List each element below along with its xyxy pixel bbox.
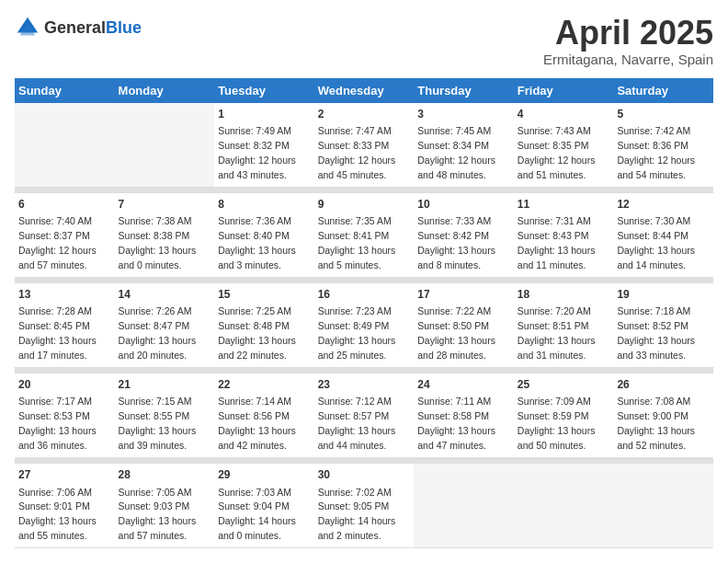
page-header: General Blue April 2025 Ermitagana, Nava… xyxy=(15,15,713,67)
day-number: 27 xyxy=(18,467,111,483)
cell-w5-d5 xyxy=(514,464,614,548)
logo: General Blue xyxy=(15,15,142,40)
sunrise-text: Sunrise: 7:15 AM xyxy=(119,396,192,407)
sunset-text: Sunset: 8:57 PM xyxy=(318,410,390,421)
sunrise-text: Sunrise: 7:20 AM xyxy=(518,305,591,316)
col-monday: Monday xyxy=(115,78,215,103)
logo-general-text: General xyxy=(44,19,106,36)
cell-w5-d1: 28 Sunrise: 7:05 AM Sunset: 9:03 PM Dayl… xyxy=(115,464,215,548)
day-number: 15 xyxy=(218,287,311,303)
cell-w1-d6: 5 Sunrise: 7:42 AM Sunset: 8:36 PM Dayli… xyxy=(613,103,713,188)
week-row-2: 6 Sunrise: 7:40 AM Sunset: 8:37 PM Dayli… xyxy=(15,192,713,277)
cell-w3-d6: 19 Sunrise: 7:18 AM Sunset: 8:52 PM Dayl… xyxy=(613,282,713,367)
sunset-text: Sunset: 9:05 PM xyxy=(318,500,390,511)
sunrise-text: Sunrise: 7:14 AM xyxy=(218,396,291,407)
daylight-text: Daylight: 13 hours and 0 minutes. xyxy=(119,245,197,270)
cell-w4-d2: 22 Sunrise: 7:14 AM Sunset: 8:56 PM Dayl… xyxy=(214,373,314,458)
day-number: 28 xyxy=(119,467,211,483)
cell-w1-d2: 1 Sunrise: 7:49 AM Sunset: 8:32 PM Dayli… xyxy=(214,103,314,188)
cell-w2-d6: 12 Sunrise: 7:30 AM Sunset: 8:44 PM Dayl… xyxy=(613,192,713,277)
daylight-text: Daylight: 13 hours and 33 minutes. xyxy=(617,335,695,361)
cell-w4-d4: 24 Sunrise: 7:11 AM Sunset: 8:58 PM Dayl… xyxy=(414,373,514,458)
cell-w4-d6: 26 Sunrise: 7:08 AM Sunset: 9:00 PM Dayl… xyxy=(613,373,713,458)
sunrise-text: Sunrise: 7:03 AM xyxy=(218,487,291,498)
cell-w1-d4: 3 Sunrise: 7:45 AM Sunset: 8:34 PM Dayli… xyxy=(414,103,514,188)
cell-w3-d1: 14 Sunrise: 7:26 AM Sunset: 8:47 PM Dayl… xyxy=(115,282,215,367)
location-text: Ermitagana, Navarre, Spain xyxy=(543,52,713,67)
day-number: 17 xyxy=(417,287,510,303)
daylight-text: Daylight: 13 hours and 8 minutes. xyxy=(417,245,495,270)
day-number: 9 xyxy=(318,197,411,213)
sunset-text: Sunset: 8:50 PM xyxy=(417,320,489,331)
sunset-text: Sunset: 8:45 PM xyxy=(18,320,90,331)
daylight-text: Daylight: 13 hours and 39 minutes. xyxy=(119,425,197,451)
daylight-text: Daylight: 13 hours and 17 minutes. xyxy=(18,335,97,361)
cell-w2-d5: 11 Sunrise: 7:31 AM Sunset: 8:43 PM Dayl… xyxy=(514,192,614,277)
sunset-text: Sunset: 8:42 PM xyxy=(417,230,489,241)
day-number: 10 xyxy=(417,197,510,213)
daylight-text: Daylight: 13 hours and 52 minutes. xyxy=(617,425,695,451)
day-number: 20 xyxy=(18,377,111,393)
daylight-text: Daylight: 13 hours and 14 minutes. xyxy=(617,245,695,270)
col-tuesday: Tuesday xyxy=(214,78,314,103)
cell-w3-d5: 18 Sunrise: 7:20 AM Sunset: 8:51 PM Dayl… xyxy=(514,282,614,367)
day-number: 5 xyxy=(617,107,710,122)
logo-icon xyxy=(15,15,40,40)
sunrise-text: Sunrise: 7:26 AM xyxy=(119,305,192,316)
daylight-text: Daylight: 12 hours and 51 minutes. xyxy=(518,155,596,180)
calendar-table: Sunday Monday Tuesday Wednesday Thursday… xyxy=(15,78,713,549)
daylight-text: Daylight: 13 hours and 36 minutes. xyxy=(18,425,97,451)
sunrise-text: Sunrise: 7:42 AM xyxy=(617,125,690,136)
sunrise-text: Sunrise: 7:09 AM xyxy=(518,396,591,407)
sunset-text: Sunset: 8:51 PM xyxy=(518,320,589,331)
sunrise-text: Sunrise: 7:06 AM xyxy=(18,487,92,498)
day-number: 1 xyxy=(218,107,311,122)
sunrise-text: Sunrise: 7:05 AM xyxy=(119,487,192,498)
sunset-text: Sunset: 8:53 PM xyxy=(18,410,90,421)
calendar-body: 1 Sunrise: 7:49 AM Sunset: 8:32 PM Dayli… xyxy=(15,103,713,548)
cell-w2-d0: 6 Sunrise: 7:40 AM Sunset: 8:37 PM Dayli… xyxy=(15,192,115,277)
sunset-text: Sunset: 8:47 PM xyxy=(119,320,190,331)
daylight-text: Daylight: 12 hours and 54 minutes. xyxy=(617,155,695,180)
sunrise-text: Sunrise: 7:36 AM xyxy=(218,215,291,226)
sunrise-text: Sunrise: 7:08 AM xyxy=(617,396,690,407)
daylight-text: Daylight: 12 hours and 45 minutes. xyxy=(318,155,396,180)
daylight-text: Daylight: 13 hours and 44 minutes. xyxy=(318,425,396,451)
day-number: 19 xyxy=(617,287,710,303)
cell-w1-d5: 4 Sunrise: 7:43 AM Sunset: 8:35 PM Dayli… xyxy=(514,103,614,188)
daylight-text: Daylight: 13 hours and 5 minutes. xyxy=(318,245,396,270)
day-number: 16 xyxy=(318,287,411,303)
week-row-3: 13 Sunrise: 7:28 AM Sunset: 8:45 PM Dayl… xyxy=(15,282,713,367)
day-number: 2 xyxy=(318,107,411,122)
cell-w4-d1: 21 Sunrise: 7:15 AM Sunset: 8:55 PM Dayl… xyxy=(115,373,215,458)
cell-w1-d0 xyxy=(15,103,115,188)
day-number: 30 xyxy=(318,467,411,483)
day-number: 11 xyxy=(518,197,610,213)
daylight-text: Daylight: 13 hours and 28 minutes. xyxy=(417,335,495,361)
day-number: 18 xyxy=(518,287,610,303)
sunset-text: Sunset: 9:04 PM xyxy=(218,500,290,511)
sunset-text: Sunset: 8:35 PM xyxy=(518,140,589,151)
day-number: 14 xyxy=(119,287,211,303)
cell-w1-d3: 2 Sunrise: 7:47 AM Sunset: 8:33 PM Dayli… xyxy=(314,103,415,188)
day-number: 21 xyxy=(119,377,211,393)
daylight-text: Daylight: 13 hours and 57 minutes. xyxy=(119,515,197,541)
sunrise-text: Sunrise: 7:30 AM xyxy=(617,215,690,226)
sunset-text: Sunset: 8:38 PM xyxy=(119,230,190,241)
sunrise-text: Sunrise: 7:43 AM xyxy=(518,125,591,136)
month-title: April 2025 xyxy=(543,15,713,52)
col-friday: Friday xyxy=(514,78,614,103)
sunset-text: Sunset: 8:40 PM xyxy=(218,230,290,241)
sunrise-text: Sunrise: 7:33 AM xyxy=(417,215,491,226)
sunrise-text: Sunrise: 7:02 AM xyxy=(318,487,392,498)
sunrise-text: Sunrise: 7:11 AM xyxy=(417,396,491,407)
sunrise-text: Sunrise: 7:18 AM xyxy=(617,305,690,316)
day-number: 29 xyxy=(218,467,311,483)
daylight-text: Daylight: 13 hours and 50 minutes. xyxy=(518,425,596,451)
day-number: 4 xyxy=(518,107,610,122)
cell-w5-d3: 30 Sunrise: 7:02 AM Sunset: 9:05 PM Dayl… xyxy=(314,464,415,548)
day-number: 23 xyxy=(318,377,411,393)
sunrise-text: Sunrise: 7:35 AM xyxy=(318,215,392,226)
sunset-text: Sunset: 8:49 PM xyxy=(318,320,390,331)
sunrise-text: Sunrise: 7:22 AM xyxy=(417,305,491,316)
